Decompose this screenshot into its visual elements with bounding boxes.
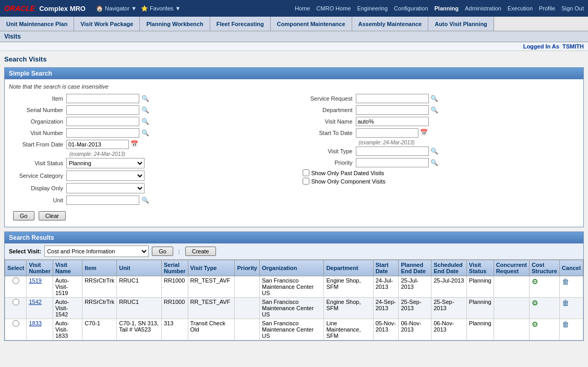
col-visit-type: Visit Type bbox=[188, 260, 235, 276]
search-body: Note that the search is case insensitive… bbox=[5, 79, 583, 227]
dept-search-icon[interactable]: 🔍 bbox=[430, 106, 439, 114]
department-input[interactable] bbox=[356, 105, 429, 115]
row1-cancel-icon[interactable]: 🗑 bbox=[562, 277, 569, 286]
search-section: Simple Search Note that the search is ca… bbox=[4, 67, 584, 227]
sr-search-icon[interactable]: 🔍 bbox=[430, 94, 439, 103]
row1-cancel[interactable]: 🗑 bbox=[559, 276, 583, 298]
organization-input[interactable] bbox=[66, 117, 139, 126]
org-search-icon[interactable]: 🔍 bbox=[141, 117, 149, 126]
tab-assembly-maintenance[interactable]: Assembly Maintenance bbox=[352, 17, 429, 31]
row2-cancel-icon[interactable]: 🗑 bbox=[562, 299, 569, 307]
visit-num-search-icon[interactable]: 🔍 bbox=[141, 129, 149, 137]
row2-cost-structure-icon[interactable]: ⚙ bbox=[532, 299, 538, 307]
nav-profile[interactable]: Profile bbox=[539, 5, 555, 11]
nav-cmro-home[interactable]: CMRO Home bbox=[316, 5, 351, 11]
row1-cost-structure-icon[interactable]: ⚙ bbox=[532, 277, 538, 286]
tab-planning-workbench[interactable]: Planning Workbench bbox=[140, 17, 210, 31]
tab-auto-visit-planning[interactable]: Auto Visit Planning bbox=[428, 17, 494, 31]
start-to-date-wrap: 📅 bbox=[356, 128, 428, 138]
row3-scheduled-end-date: 06-Nov-2013 bbox=[431, 319, 467, 340]
past-dated-label: Show Only Past Dated Visits bbox=[311, 170, 385, 176]
priority-search-icon[interactable]: 🔍 bbox=[430, 158, 439, 167]
row3-visit-number-link[interactable]: 1833 bbox=[29, 320, 41, 326]
clear-button[interactable]: Clear bbox=[39, 211, 66, 221]
go-button[interactable]: Go bbox=[13, 211, 34, 221]
item-search-icon[interactable]: 🔍 bbox=[141, 94, 149, 103]
navigator-tool[interactable]: 🏠 Navigator ▼ bbox=[96, 5, 137, 12]
tab-unit-maintenance-plan[interactable]: Unit Maintenance Plan bbox=[0, 17, 74, 31]
row3-cost-structure-icon[interactable]: ⚙ bbox=[532, 320, 538, 328]
nav-administration[interactable]: Administration bbox=[465, 5, 501, 11]
component-visits-checkbox[interactable] bbox=[303, 178, 309, 185]
row2-cancel[interactable]: 🗑 bbox=[559, 298, 583, 319]
unit-search-icon[interactable]: 🔍 bbox=[141, 196, 149, 204]
start-from-date-row: Start From Date 📅 bbox=[9, 140, 290, 149]
visit-name-input[interactable] bbox=[356, 117, 429, 126]
component-visits-label: Show Only Component Visits bbox=[311, 178, 386, 185]
sub-title-bar: Visits bbox=[0, 31, 588, 42]
select-visit-dropdown[interactable]: Cost and Price Information Other Option bbox=[44, 246, 149, 257]
row1-radio[interactable] bbox=[13, 277, 19, 284]
service-category-select[interactable] bbox=[66, 170, 145, 181]
nav-home[interactable]: Home bbox=[295, 5, 310, 11]
row1-cost-structure[interactable]: ⚙ bbox=[529, 276, 559, 298]
table-row: 1542 Auto-Visit-1542 RRSrCtrTrk RRUC1 RR… bbox=[5, 298, 583, 319]
visit-type-search-icon[interactable]: 🔍 bbox=[430, 147, 439, 155]
department-row: Department 🔍 bbox=[298, 105, 580, 115]
start-to-date-example: (example: 24-Mar-2013) bbox=[359, 140, 580, 145]
service-request-input[interactable] bbox=[356, 94, 429, 103]
row2-department: Engine Shop, SFM bbox=[324, 298, 373, 319]
unit-input[interactable] bbox=[66, 195, 139, 205]
col-cost-structure: CostStructure bbox=[529, 260, 559, 276]
item-input[interactable] bbox=[66, 94, 139, 103]
col-start-date: StartDate bbox=[373, 260, 399, 276]
row1-concurrent-request bbox=[494, 276, 529, 298]
row2-visit-number-link[interactable]: 1542 bbox=[29, 299, 41, 305]
row2-cost-structure[interactable]: ⚙ bbox=[529, 298, 559, 319]
col-visit-status: VisitStatus bbox=[466, 260, 494, 276]
tab-fleet-forecasting[interactable]: Fleet Forecasting bbox=[210, 17, 271, 31]
row3-cancel[interactable]: 🗑 bbox=[559, 319, 583, 340]
start-to-date-input[interactable] bbox=[356, 128, 418, 138]
serial-search-icon[interactable]: 🔍 bbox=[141, 106, 149, 114]
row1-select[interactable] bbox=[5, 276, 27, 298]
start-to-date-cal-icon[interactable]: 📅 bbox=[420, 129, 428, 137]
row3-select[interactable] bbox=[5, 319, 27, 340]
serial-number-input[interactable] bbox=[66, 105, 139, 115]
row2-select[interactable] bbox=[5, 298, 27, 319]
row3-cancel-icon[interactable]: 🗑 bbox=[562, 320, 569, 328]
start-from-date-cal-icon[interactable]: 📅 bbox=[130, 140, 139, 149]
priority-wrap: 🔍 bbox=[356, 158, 439, 167]
visit-type-input[interactable] bbox=[356, 146, 429, 156]
nav-configuration[interactable]: Configuration bbox=[394, 5, 428, 11]
visit-status-select[interactable]: Planning Open Closed bbox=[66, 158, 145, 168]
row3-radio[interactable] bbox=[13, 320, 19, 327]
results-toolbar: Select Visit: Cost and Price Information… bbox=[5, 243, 583, 260]
col-scheduled-end-date: ScheduledEnd Date bbox=[431, 260, 467, 276]
favorites-tool[interactable]: ⭐ Favorites ▼ bbox=[141, 5, 181, 12]
row3-cost-structure[interactable]: ⚙ bbox=[529, 319, 559, 340]
past-dated-checkbox[interactable] bbox=[303, 169, 309, 176]
visit-status-wrap: Planning Open Closed bbox=[66, 158, 145, 168]
tab-component-maintenance[interactable]: Component Maintenance bbox=[271, 17, 352, 31]
row2-item: RRSrCtrTrk bbox=[82, 298, 117, 319]
row1-visit-number-link[interactable]: 1519 bbox=[29, 277, 41, 284]
visit-num-input-wrap: 🔍 bbox=[66, 128, 149, 138]
start-from-date-wrap: 📅 bbox=[66, 140, 139, 149]
nav-engineering[interactable]: Engineering bbox=[357, 5, 388, 11]
visit-number-input[interactable] bbox=[66, 128, 139, 138]
row2-radio[interactable] bbox=[13, 299, 19, 305]
display-only-select[interactable] bbox=[66, 183, 145, 193]
page-content: Search Visits Simple Search Note that th… bbox=[0, 51, 588, 345]
results-go-button[interactable]: Go bbox=[152, 247, 173, 256]
dept-input-wrap: 🔍 bbox=[356, 105, 439, 115]
create-button[interactable]: Create bbox=[185, 247, 216, 256]
start-from-date-input[interactable] bbox=[66, 140, 129, 149]
row3-item: C70-1 bbox=[82, 319, 117, 340]
tab-visit-work-package[interactable]: Visit Work Package bbox=[74, 17, 140, 31]
nav-signout[interactable]: Sign Out bbox=[561, 5, 584, 11]
nav-execution[interactable]: Execution bbox=[508, 5, 533, 11]
nav-planning[interactable]: Planning bbox=[435, 5, 459, 11]
search-button-row: Go Clear bbox=[9, 207, 579, 223]
priority-input[interactable] bbox=[356, 158, 429, 167]
